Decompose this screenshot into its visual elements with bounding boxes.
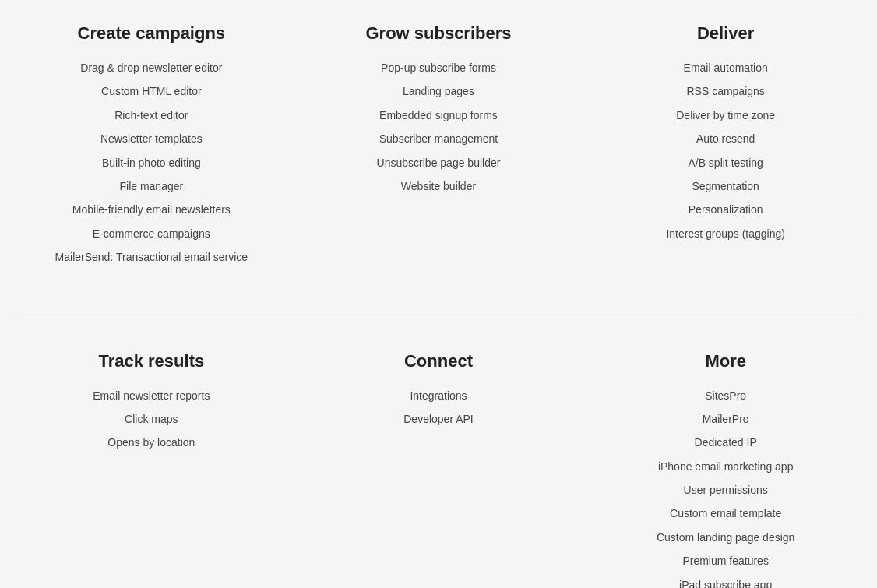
list-item[interactable]: Rich-text editor [114,107,188,124]
column-track-results: Track resultsEmail newsletter reportsCli… [16,351,287,588]
list-item[interactable]: SitesPro [705,387,746,404]
column-title-create-campaigns: Create campaigns [78,23,226,44]
list-item[interactable]: Integrations [410,387,467,404]
list-item[interactable]: Newsletter templates [100,130,203,147]
list-item[interactable]: MailerPro [703,410,749,428]
list-item[interactable]: Auto resend [696,130,755,147]
features-grid: Create campaignsDrag & drop newsletter e… [16,23,861,588]
list-item[interactable]: Dedicated IP [695,434,757,451]
list-item[interactable]: Built-in photo editing [102,154,201,171]
list-item[interactable]: Deliver by time zone [676,107,775,124]
list-item[interactable]: Pop-up subscribe forms [381,59,496,76]
list-item[interactable]: E-commerce campaigns [93,225,210,242]
list-item[interactable]: MailerSend: Transactional email service [55,248,248,266]
list-item[interactable]: iPhone email marketing app [658,458,794,475]
column-title-track-results: Track results [98,351,204,371]
column-create-campaigns: Create campaignsDrag & drop newsletter e… [16,23,287,273]
list-item[interactable]: Subscriber management [379,130,498,147]
list-item[interactable]: Email automation [684,59,768,76]
list-item[interactable]: Embedded signup forms [379,107,498,124]
column-title-more: More [705,351,746,371]
column-connect: ConnectIntegrationsDeveloper API [303,351,575,588]
column-title-connect: Connect [404,351,473,371]
column-grow-subscribers: Grow subscribersPop-up subscribe formsLa… [303,23,575,273]
list-item[interactable]: Premium features [682,552,768,569]
list-item[interactable]: Unsubscribe page builder [377,154,501,171]
column-more: MoreSitesProMailerProDedicated IPiPhone … [590,351,861,588]
list-item[interactable]: User permissions [684,481,768,498]
column-title-deliver: Deliver [697,23,754,44]
list-item[interactable]: Custom landing page design [657,529,794,546]
list-item[interactable]: Email newsletter reports [93,387,210,404]
list-item[interactable]: Interest groups (tagging) [666,225,785,242]
list-item[interactable]: Custom email template [670,505,781,522]
column-deliver: DeliverEmail automationRSS campaignsDeli… [590,23,861,273]
list-item[interactable]: Developer API [403,410,474,428]
list-item[interactable]: Custom HTML editor [101,83,202,100]
section-divider [16,312,861,312]
list-item[interactable]: iPad subscribe app [679,576,772,588]
list-item[interactable]: File manager [119,178,183,195]
column-title-grow-subscribers: Grow subscribers [365,23,511,44]
list-item[interactable]: Drag & drop newsletter editor [80,59,222,76]
list-item[interactable]: Personalization [689,201,763,218]
list-item[interactable]: Segmentation [692,178,759,195]
list-item[interactable]: Opens by location [107,434,195,451]
list-item[interactable]: Click maps [125,410,178,428]
list-item[interactable]: Website builder [401,178,476,195]
list-item[interactable]: Landing pages [403,83,474,100]
list-item[interactable]: Mobile-friendly email newsletters [72,201,231,218]
list-item[interactable]: RSS campaigns [686,83,764,100]
list-item[interactable]: A/B split testing [688,154,763,171]
